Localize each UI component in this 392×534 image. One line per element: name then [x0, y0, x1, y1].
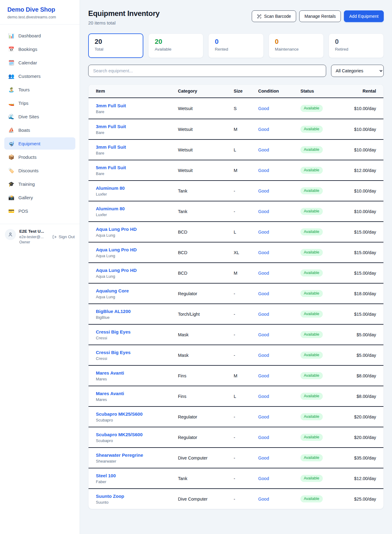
status-badge: Available: [300, 187, 323, 194]
search-input[interactable]: [88, 65, 326, 77]
tours-icon: 🏝️: [8, 87, 14, 93]
sidebar-item-products[interactable]: 📦 Products: [4, 151, 75, 163]
item-brand: Cressi: [96, 336, 178, 340]
sign-out-button[interactable]: Sign Out: [52, 235, 75, 239]
sidebar-item-gallery[interactable]: 📸 Gallery: [4, 191, 75, 204]
manage-rentals-button[interactable]: Manage Rentals: [299, 10, 341, 22]
item-size: L: [234, 394, 258, 399]
category-select[interactable]: All Categories: [331, 65, 384, 77]
item-category: Tank: [178, 476, 234, 481]
stat-label: Retired: [335, 47, 377, 51]
user-info: E2E Test U... e2e-tester@... Sign Out Ow…: [19, 229, 75, 244]
stat-card-rented[interactable]: 0 Rented: [208, 33, 263, 58]
rental-price: $10.00/day: [352, 106, 376, 111]
item-name-link[interactable]: Aqua Lung Pro HD: [96, 227, 178, 232]
sidebar-item-boats[interactable]: ⛵ Boats: [4, 124, 75, 136]
item-brand: Bare: [96, 109, 178, 114]
condition-link[interactable]: Good: [258, 353, 269, 358]
item-name-link[interactable]: Aqua Lung Pro HD: [96, 268, 178, 273]
sidebar-item-tours[interactable]: 🏝️ Tours: [4, 83, 75, 96]
sign-out-icon: [52, 235, 57, 239]
sidebar-item-dive-sites[interactable]: 🌊 Dive Sites: [4, 110, 75, 123]
condition-link[interactable]: Good: [258, 332, 269, 337]
sidebar-item-label: Dashboard: [18, 33, 41, 38]
sidebar-item-label: Trips: [18, 101, 28, 106]
sidebar-item-label: Equipment: [18, 141, 40, 146]
condition-link[interactable]: Good: [258, 414, 269, 419]
condition-link[interactable]: Good: [258, 373, 269, 378]
item-name-link[interactable]: Cressi Big Eyes: [96, 350, 178, 355]
status-badge: Available: [300, 331, 323, 338]
condition-link[interactable]: Good: [258, 147, 269, 152]
sidebar-item-dashboard[interactable]: 📊 Dashboard: [4, 29, 75, 42]
item-brand: Suunto: [96, 500, 178, 505]
sidebar-item-discounts[interactable]: 🏷️ Discounts: [4, 164, 75, 177]
status-badge: Available: [300, 434, 323, 441]
stat-card-retired[interactable]: 0 Retired: [329, 33, 384, 58]
condition-link[interactable]: Good: [258, 271, 269, 276]
stat-card-available[interactable]: 20 Available: [148, 33, 203, 58]
rental-price: $20.00/day: [352, 414, 376, 419]
user-box: E2E Test U... e2e-tester@... Sign Out Ow…: [0, 224, 80, 250]
sidebar-item-calendar[interactable]: 🗓️ Calendar: [4, 56, 75, 69]
item-category: Fins: [178, 394, 234, 399]
condition-link[interactable]: Good: [258, 435, 269, 440]
condition-link[interactable]: Good: [258, 168, 269, 173]
item-name-link[interactable]: Aluminum 80: [96, 185, 178, 191]
item-size: -: [234, 189, 258, 193]
item-name-link[interactable]: Scubapro MK25/S600: [96, 411, 178, 417]
item-name-link[interactable]: 3mm Full Suit: [96, 124, 178, 129]
sidebar-item-customers[interactable]: 👥 Customers: [4, 70, 75, 82]
sidebar-item-bookings[interactable]: 📅 Bookings: [4, 43, 75, 55]
scan-barcode-button[interactable]: Scan Barcode: [252, 10, 296, 22]
stat-value: 0: [215, 38, 257, 46]
condition-link[interactable]: Good: [258, 456, 269, 460]
condition-link[interactable]: Good: [258, 189, 269, 193]
condition-link[interactable]: Good: [258, 209, 269, 214]
sidebar-item-training[interactable]: 🎓 Training: [4, 178, 75, 190]
rental-price: $35.00/day: [352, 456, 376, 460]
bookings-icon: 📅: [8, 46, 14, 52]
item-category: Wetsuit: [178, 168, 234, 173]
item-size: -: [234, 497, 258, 502]
column-header-size: Size: [234, 89, 258, 93]
item-name-link[interactable]: Scubapro MK25/S600: [96, 432, 178, 437]
condition-link[interactable]: Good: [258, 476, 269, 481]
item-name-link[interactable]: Aqualung Core: [96, 288, 178, 293]
status-badge: Available: [300, 372, 323, 379]
item-name-link[interactable]: Mares Avanti: [96, 391, 178, 396]
item-name-link[interactable]: Mares Avanti: [96, 370, 178, 376]
item-name-link[interactable]: Suunto Zoop: [96, 494, 178, 499]
item-name-link[interactable]: Aqua Lung Pro HD: [96, 247, 178, 252]
item-name-link[interactable]: 3mm Full Suit: [96, 144, 178, 150]
condition-link[interactable]: Good: [258, 127, 269, 132]
condition-link[interactable]: Good: [258, 312, 269, 317]
sidebar-item-label: Discounts: [18, 168, 39, 173]
table-row: 5mm Full Suit Bare Wetsuit M Good Availa…: [89, 160, 383, 180]
add-equipment-button[interactable]: Add Equipment: [344, 10, 384, 22]
condition-link[interactable]: Good: [258, 250, 269, 255]
sidebar-item-equipment[interactable]: 🤿 Equipment: [4, 137, 75, 150]
item-name-link[interactable]: Shearwater Peregrine: [96, 452, 178, 458]
condition-link[interactable]: Good: [258, 230, 269, 235]
stat-label: Rented: [215, 47, 257, 51]
item-name-link[interactable]: 3mm Full Suit: [96, 103, 178, 108]
rental-price: $12.00/day: [352, 476, 376, 481]
item-name-link[interactable]: Steel 100: [96, 473, 178, 478]
sidebar-item-pos[interactable]: 💳 POS: [4, 205, 75, 217]
item-name-link[interactable]: Aluminum 80: [96, 206, 178, 211]
item-name-link[interactable]: 5mm Full Suit: [96, 165, 178, 170]
stat-card-total[interactable]: 20 Total: [88, 33, 143, 58]
item-name-link[interactable]: BigBlue AL1200: [96, 309, 178, 314]
sidebar-item-trips[interactable]: 🚤 Trips: [4, 97, 75, 109]
equipment-icon: 🤿: [8, 141, 14, 147]
sidebar: Demo Dive Shop demo.test.divestreams.com…: [0, 0, 80, 534]
status-badge: Available: [300, 228, 323, 235]
condition-link[interactable]: Good: [258, 106, 269, 111]
stat-card-maintenance[interactable]: 0 Maintenance: [269, 33, 324, 58]
condition-link[interactable]: Good: [258, 497, 269, 502]
person-icon: [8, 232, 13, 237]
condition-link[interactable]: Good: [258, 291, 269, 296]
item-name-link[interactable]: Cressi Big Eyes: [96, 329, 178, 334]
condition-link[interactable]: Good: [258, 394, 269, 399]
